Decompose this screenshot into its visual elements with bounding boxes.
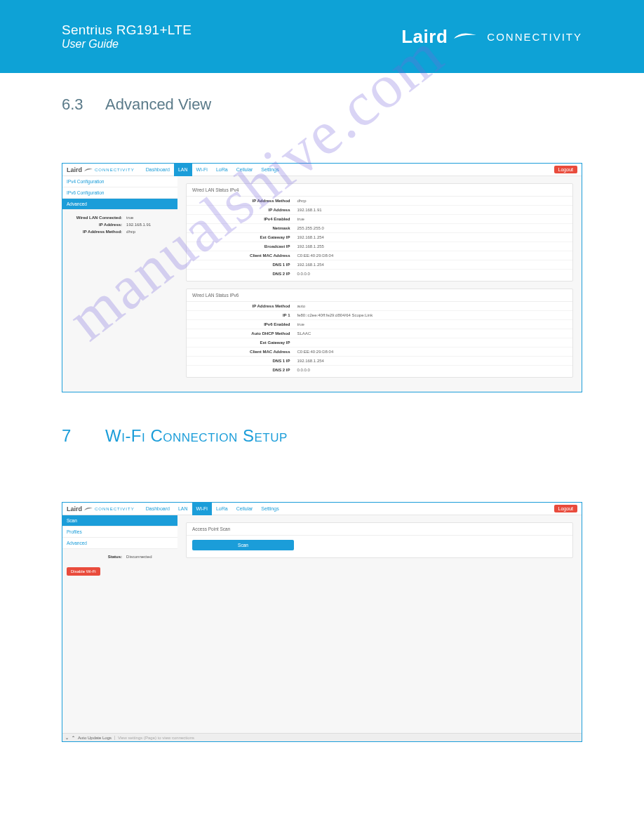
info-value: dhcp xyxy=(297,199,307,203)
logout-button[interactable]: Logout xyxy=(554,505,577,512)
info-row: IPv4 Enabledtrue xyxy=(187,215,572,224)
swoosh-icon xyxy=(84,167,93,173)
info-row: DNS 1 IP192.168.1.254 xyxy=(187,260,572,270)
summary-row: IP Address: 192.168.1.91 xyxy=(62,221,177,228)
info-row: Netmask255.255.255.0 xyxy=(187,224,572,233)
doc-header: Sentrius RG191+LTE User Guide Laird CONN… xyxy=(0,0,644,73)
nav-dashboard[interactable]: Dashboard xyxy=(142,164,174,176)
sidebar: Scan Profiles Advanced Status: Disconnec… xyxy=(62,515,177,733)
panel-access-point-scan: Access Point Scan Scan xyxy=(186,522,573,558)
sidebar-ipv6-config[interactable]: IPv6 Configuration xyxy=(62,187,177,199)
nav-cellular[interactable]: Cellular xyxy=(232,503,257,515)
doc-subtitle: User Guide xyxy=(62,38,192,51)
swoosh-icon xyxy=(84,506,93,512)
section-number: 7 xyxy=(62,426,90,446)
summary-row: Wired LAN Connected: true xyxy=(62,214,177,221)
logout-button[interactable]: Logout xyxy=(554,166,577,173)
status-bar: ⌄ ⌃ Auto Update Logs View settings (Page… xyxy=(62,733,582,741)
section-title: Advanced View xyxy=(105,95,211,114)
info-row: Ext Gateway IP192.168.1.254 xyxy=(187,233,572,242)
info-value: 192.168.1.255 xyxy=(297,244,324,249)
info-value: SLAAC xyxy=(297,331,311,336)
info-value: 255.255.255.0 xyxy=(297,226,324,230)
info-label: Netmask xyxy=(192,226,297,230)
info-value: 0.0.0.0 xyxy=(297,368,310,372)
sidebar-profiles[interactable]: Profiles xyxy=(62,527,177,538)
summary-row: IP Address Method: dhcp xyxy=(62,228,177,235)
info-row: IP Address192.168.1.91 xyxy=(187,206,572,215)
info-value: 0.0.0.0 xyxy=(297,272,310,276)
panel-body-ipv4: IP Address MethoddhcpIP Address192.168.1… xyxy=(187,197,572,281)
doc-header-left: Sentrius RG191+LTE User Guide xyxy=(62,22,192,51)
chevron-down-icon[interactable]: ⌄ xyxy=(65,735,69,740)
nav-lan[interactable]: LAN xyxy=(174,164,192,176)
sidebar-scan[interactable]: Scan xyxy=(62,515,177,527)
summary-label: IP Address Method: xyxy=(67,230,126,234)
section-title: Wi-Fi Connection Setup xyxy=(105,426,288,446)
panel-title: Access Point Scan xyxy=(187,523,572,536)
info-value: true xyxy=(297,322,304,326)
nav-settings[interactable]: Settings xyxy=(257,164,283,176)
panel-title: Wired LAN Status IPv6 xyxy=(187,289,572,302)
chevron-up-icon[interactable]: ⌃ xyxy=(72,735,75,740)
info-label: Client MAC Address xyxy=(192,253,297,258)
panel-ipv6-status: Wired LAN Status IPv6 IP Address Methoda… xyxy=(186,289,573,378)
info-row: IPv6 Enabledtrue xyxy=(187,320,572,329)
nav-cellular[interactable]: Cellular xyxy=(232,164,257,176)
laird-logo: Laird xyxy=(401,26,477,48)
info-row: IP 1fe80::c2ee:40ff:fe29:d804/64 Scope:L… xyxy=(187,311,572,320)
laird-brand-text: Laird xyxy=(401,26,448,48)
info-row: DNS 2 IP0.0.0.0 xyxy=(187,270,572,278)
info-label: IPv6 Enabled xyxy=(192,322,297,326)
info-label: DNS 1 IP xyxy=(192,359,297,363)
info-label: DNS 2 IP xyxy=(192,272,297,276)
product-name: Sentrius RG191+LTE xyxy=(62,22,192,38)
screenshot-wifi-scan: Laird CONNECTIVITY Dashboard LAN Wi-Fi L… xyxy=(62,502,582,742)
sidebar-summary: Wired LAN Connected: true IP Address: 19… xyxy=(62,211,177,238)
sidebar: IPv4 Configuration IPv6 Configuration Ad… xyxy=(62,176,177,392)
info-row: Client MAC AddressC0:EE:40:29:D8:04 xyxy=(187,348,572,357)
nav-dashboard[interactable]: Dashboard xyxy=(142,503,174,515)
scan-button[interactable]: Scan xyxy=(192,540,294,550)
section-heading-wifi-setup: 7 Wi-Fi Connection Setup xyxy=(62,426,582,446)
nav-lora[interactable]: LoRa xyxy=(212,164,232,176)
section-heading-advanced-view: 6.3 Advanced View xyxy=(62,95,582,114)
app-navbar: Laird CONNECTIVITY Dashboard LAN Wi-Fi L… xyxy=(62,164,582,176)
app-brand: Laird CONNECTIVITY xyxy=(67,166,135,173)
sidebar-advanced[interactable]: Advanced xyxy=(62,538,177,549)
status-auto-update: Auto Update Logs xyxy=(78,736,112,740)
panel-title: Wired LAN Status IPv4 xyxy=(187,184,572,197)
info-row: Client MAC AddressC0:EE:40:29:D8:04 xyxy=(187,251,572,260)
info-value: 192.168.1.91 xyxy=(297,208,322,212)
nav-lan[interactable]: LAN xyxy=(174,503,192,515)
info-value: auto xyxy=(297,304,306,308)
disable-wifi-button[interactable]: Disable Wi-Fi xyxy=(67,567,100,576)
connectivity-text: CONNECTIVITY xyxy=(487,31,582,43)
info-label: DNS 2 IP xyxy=(192,368,297,372)
nav-links: Dashboard LAN Wi-Fi LoRa Cellular Settin… xyxy=(142,164,283,176)
nav-settings[interactable]: Settings xyxy=(257,503,283,515)
info-label: Broadcast IP xyxy=(192,244,297,249)
info-value: C0:EE:40:29:D8:04 xyxy=(297,350,334,354)
info-value: 192.168.1.254 xyxy=(297,359,324,363)
sidebar-summary: Status: Disconnected xyxy=(62,550,177,563)
info-row: DNS 1 IP192.168.1.254 xyxy=(187,357,572,366)
info-row: Ext Gateway IP xyxy=(187,338,572,348)
info-label: IP Address Method xyxy=(192,199,297,203)
info-label: Client MAC Address xyxy=(192,350,297,354)
info-row: IP Address Methoddhcp xyxy=(187,197,572,206)
nav-wifi[interactable]: Wi-Fi xyxy=(192,503,212,515)
nav-wifi[interactable]: Wi-Fi xyxy=(192,164,212,176)
sidebar-advanced[interactable]: Advanced xyxy=(62,199,177,210)
swoosh-icon xyxy=(453,29,477,44)
panel-body-ipv6: IP Address MethodautoIP 1fe80::c2ee:40ff… xyxy=(187,302,572,377)
status-hint: View settings (Page) to view connections xyxy=(114,736,194,740)
nav-lora[interactable]: LoRa xyxy=(212,503,232,515)
section-number: 6.3 xyxy=(62,95,90,114)
info-row: DNS 2 IP0.0.0.0 xyxy=(187,366,572,374)
summary-label: Wired LAN Connected: xyxy=(67,216,126,220)
app-brand: Laird CONNECTIVITY xyxy=(67,505,135,512)
info-label: Auto DHCP Method xyxy=(192,331,297,336)
sidebar-ipv4-config[interactable]: IPv4 Configuration xyxy=(62,176,177,187)
main-content: Wired LAN Status IPv4 IP Address Methodd… xyxy=(177,176,582,392)
